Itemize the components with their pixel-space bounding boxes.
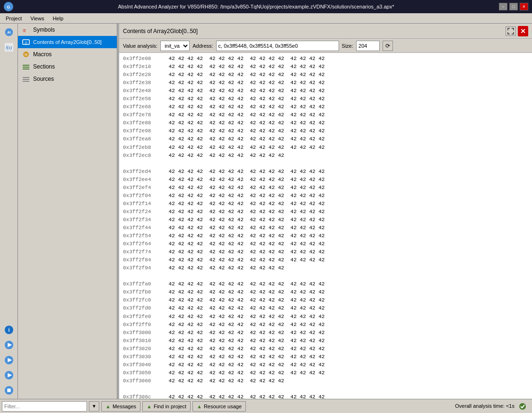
stop-button[interactable] (2, 384, 16, 397)
menu-project[interactable]: Project (2, 15, 26, 22)
svg-text:{}: {} (25, 41, 27, 45)
svg-rect-15 (7, 388, 10, 392)
check-icon (519, 403, 526, 408)
filter-input[interactable] (2, 401, 87, 412)
panel-header: Contents of Array2Glob[0..50] ✕ (119, 24, 532, 39)
content-area: Contents of Array2Glob[0..50] ✕ Value an… (119, 24, 532, 399)
size-input[interactable] (356, 41, 380, 51)
minimize-button[interactable]: − (499, 3, 507, 10)
menu-bar: Project Views Help (0, 13, 532, 24)
status-text: Overall analysis time: <1s (455, 403, 515, 408)
svg-rect-23 (23, 69, 29, 69)
resource-usage-button[interactable]: ▲ Resource usage (192, 401, 246, 412)
find-arrow-icon: ▲ (147, 404, 152, 409)
filter-dropdown-button[interactable]: ▼ (89, 401, 99, 412)
refresh-button[interactable]: ⟳ (383, 41, 393, 51)
svg-text:π: π (23, 26, 26, 34)
find-label: Find in project (154, 404, 186, 409)
contents-icon: {} (22, 38, 30, 46)
left-icon-bar: AI f(x) i (0, 24, 18, 399)
svg-text:i: i (8, 327, 9, 333)
resource-label: Resource usage (204, 404, 242, 409)
sources-icon (22, 75, 30, 83)
sidebar-item-macros[interactable]: M Macros (18, 48, 117, 60)
svg-rect-25 (23, 79, 29, 80)
window-controls: − □ ✕ (499, 3, 528, 10)
menu-views[interactable]: Views (26, 15, 48, 22)
svg-rect-26 (23, 81, 29, 82)
symbols-icon: π (22, 26, 30, 34)
main-area: AI f(x) i (0, 24, 532, 399)
bottom-bar: ▼ ▲ Messages ▲ Find in project ▲ Resourc… (0, 399, 532, 413)
hex-toolbar: Value analysis: init_va Address: Size: ⟳ (119, 39, 532, 53)
sidebar-item-symbols[interactable]: π Symbols (18, 24, 117, 36)
sources-label: Sources (33, 76, 54, 82)
app-logo: G (4, 2, 13, 11)
play2-button[interactable] (2, 353, 16, 367)
messages-button[interactable]: ▲ Messages (101, 401, 140, 412)
size-label: Size: (342, 43, 353, 49)
play1-button[interactable] (2, 338, 16, 352)
svg-text:AI: AI (7, 30, 11, 34)
svg-text:f(x): f(x) (6, 45, 12, 50)
svg-text:G: G (7, 5, 10, 9)
contents-label: Contents of Array2Glob[0..50] (33, 39, 102, 45)
title-bar: G AbsInt Advanced Analyzer for V850/RH85… (0, 0, 532, 13)
maximize-button[interactable]: □ (509, 3, 518, 10)
expand-button[interactable] (506, 26, 516, 36)
sidebar: π Symbols {} Contents of Array2Glob[0..5… (18, 24, 117, 399)
absint-logo-button[interactable]: AI (2, 26, 16, 39)
macros-icon: M (22, 50, 30, 59)
svg-rect-22 (23, 67, 29, 68)
panel-title: Contents of Array2Glob[0..50] (123, 28, 198, 34)
hex-view: 0x3ff2e08 42 42 42 42 42 42 42 42 42 42 … (119, 53, 532, 399)
macros-label: Macros (33, 51, 52, 58)
sections-icon (22, 62, 30, 71)
analysis-status: Overall analysis time: <1s (248, 403, 530, 410)
svg-point-27 (519, 403, 526, 410)
sidebar-item-sources[interactable]: Sources (18, 73, 117, 85)
find-in-project-button[interactable]: ▲ Find in project (142, 401, 191, 412)
resource-arrow-icon: ▲ (197, 404, 202, 409)
play3-button[interactable] (2, 369, 16, 382)
function-icon-button[interactable]: f(x) (2, 41, 16, 54)
value-analysis-label: Value analysis: (123, 43, 157, 49)
svg-rect-21 (23, 65, 29, 66)
sidebar-item-sections[interactable]: Sections (18, 60, 117, 73)
window-title: AbsInt Advanced Analyzer for V850/RH850:… (13, 4, 499, 9)
svg-text:M: M (25, 53, 27, 56)
svg-rect-24 (23, 77, 29, 78)
info-icon-button[interactable]: i (2, 323, 16, 336)
sections-label: Sections (33, 63, 55, 70)
close-panel-button[interactable]: ✕ (518, 26, 528, 36)
panel-actions: ✕ (506, 26, 528, 36)
messages-label: Messages (113, 404, 136, 409)
value-analysis-select[interactable]: init_va (160, 41, 190, 51)
close-window-button[interactable]: ✕ (520, 3, 528, 10)
symbols-label: Symbols (33, 26, 55, 33)
sidebar-item-contents[interactable]: {} Contents of Array2Glob[0..50] (18, 36, 117, 48)
messages-arrow-icon: ▲ (105, 404, 111, 409)
menu-help[interactable]: Help (49, 15, 67, 22)
address-label: Address: (192, 43, 213, 49)
address-input[interactable] (216, 41, 339, 51)
hex-content-area[interactable]: 0x3ff2e08 42 42 42 42 42 42 42 42 42 42 … (119, 53, 532, 399)
